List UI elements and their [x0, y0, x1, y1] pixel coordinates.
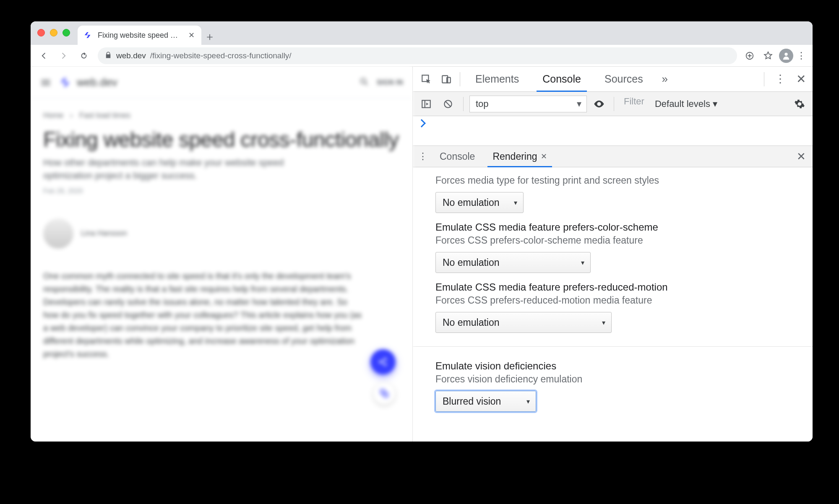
clear-console-icon[interactable] — [439, 95, 457, 113]
translate-fab[interactable] — [373, 382, 396, 405]
share-fab[interactable] — [370, 349, 396, 374]
inspect-element-icon[interactable] — [417, 70, 435, 88]
tab-sources[interactable]: Sources — [594, 67, 654, 91]
forward-button[interactable] — [55, 47, 73, 65]
chrome-window: Fixing website speed cross-functionally … — [31, 21, 813, 442]
log-levels-select[interactable]: Default levels ▾ — [651, 99, 721, 109]
page-date: Feb 28, 2020 — [31, 185, 412, 197]
drawer-close-icon[interactable]: ✕ — [797, 150, 809, 163]
url-path: /fixing-website-speed-cross-functionally… — [150, 51, 292, 60]
bookmark-icon[interactable] — [761, 48, 776, 63]
site-brand[interactable]: web.dev — [59, 76, 117, 89]
signin-link[interactable]: SIGN IN — [377, 79, 403, 86]
window-controls — [37, 29, 70, 36]
live-expression-icon[interactable] — [590, 95, 608, 113]
tab-title: Fixing website speed cross-functionally — [98, 31, 180, 40]
vision-desc: Forces vision deficiency emulation — [435, 374, 790, 385]
drawer-tab-rendering[interactable]: Rendering ✕ — [485, 146, 554, 167]
article-paragraph: One common myth connected to site speed … — [31, 253, 375, 377]
browser-tab[interactable]: Fixing website speed cross-functionally … — [78, 26, 201, 45]
lock-icon — [104, 51, 112, 60]
color-scheme-desc: Forces CSS prefers-color-scheme media fe… — [435, 235, 790, 246]
vision-value: Blurred vision — [443, 396, 501, 407]
color-scheme-value: No emulation — [443, 257, 500, 268]
console-output[interactable] — [413, 116, 813, 145]
context-select[interactable]: top — [469, 96, 587, 112]
tab-elements[interactable]: Elements — [464, 67, 530, 91]
close-tab-icon[interactable]: ✕ — [188, 31, 195, 40]
console-sidebar-toggle-icon[interactable] — [417, 95, 435, 113]
brand-mark-icon — [59, 76, 73, 89]
maximize-window-icon[interactable] — [63, 29, 70, 36]
breadcrumb: Home › Fast load times — [31, 99, 412, 120]
chevron-right-icon: › — [70, 111, 73, 120]
favicon-icon — [83, 31, 93, 40]
search-icon[interactable] — [359, 77, 369, 88]
drawer-tab-rendering-label: Rendering — [492, 151, 537, 162]
drawer-menu-icon[interactable]: ⋮ — [416, 151, 430, 162]
reload-button[interactable] — [75, 47, 93, 65]
color-scheme-select[interactable]: No emulation — [435, 252, 591, 273]
author-block: Lina Hansson — [31, 197, 412, 253]
svg-point-2 — [361, 78, 366, 83]
profile-avatar-icon[interactable] — [779, 49, 793, 63]
media-type-select[interactable]: No emulation — [435, 192, 524, 213]
address-bar[interactable]: web.dev/fixing-website-speed-cross-funct… — [98, 47, 737, 64]
close-window-icon[interactable] — [37, 29, 45, 36]
back-button[interactable] — [35, 47, 52, 65]
devtools-tabs: Elements Console Sources » ⋮ ✕ — [413, 67, 813, 92]
svg-rect-9 — [422, 100, 430, 107]
media-type-value: No emulation — [443, 197, 500, 208]
color-scheme-title: Emulate CSS media feature prefers-color-… — [435, 221, 790, 233]
vision-title: Emulate vision deficiencies — [435, 360, 790, 372]
url-host: web.dev — [116, 51, 146, 60]
tabstrip: Fixing website speed cross-functionally … — [31, 21, 813, 45]
vision-select[interactable]: Blurred vision — [435, 391, 536, 412]
reduced-motion-desc: Forces CSS prefers-reduced-motion media … — [435, 295, 790, 306]
page-content: web.dev SIGN IN Home › Fast load times F… — [31, 67, 412, 442]
new-tab-button[interactable]: ＋ — [201, 28, 218, 45]
reduced-motion-value: No emulation — [443, 317, 500, 328]
device-toolbar-icon[interactable] — [437, 70, 456, 88]
breadcrumb-home[interactable]: Home — [43, 111, 63, 120]
browser-menu-icon[interactable]: ⋮ — [797, 50, 806, 61]
console-filter-input[interactable]: Filter — [620, 96, 648, 112]
console-toolbar: top Filter Default levels ▾ — [413, 92, 813, 116]
brand-name: web.dev — [77, 76, 117, 89]
close-drawer-tab-icon[interactable]: ✕ — [541, 152, 547, 161]
console-settings-icon[interactable] — [791, 95, 808, 113]
author-avatar-icon — [43, 218, 73, 249]
console-prompt-icon — [417, 119, 426, 127]
tab-console[interactable]: Console — [532, 67, 592, 91]
media-type-desc: Forces media type for testing print and … — [435, 175, 790, 186]
devtools-panel: Elements Console Sources » ⋮ ✕ top — [412, 67, 813, 442]
page-subtitle: How other departments can help make your… — [31, 154, 341, 185]
reduced-motion-title: Emulate CSS media feature prefers-reduce… — [435, 281, 790, 293]
rendering-panel[interactable]: Forces media type for testing print and … — [413, 167, 813, 442]
context-value: top — [476, 99, 489, 109]
reduced-motion-select[interactable]: No emulation — [435, 312, 612, 333]
breadcrumb-section[interactable]: Fast load times — [79, 111, 130, 120]
svg-point-1 — [784, 52, 787, 55]
minimize-window-icon[interactable] — [50, 29, 57, 36]
drawer-tab-console[interactable]: Console — [432, 146, 482, 167]
devtools-close-icon[interactable]: ✕ — [794, 72, 808, 86]
more-tabs-icon[interactable]: » — [656, 73, 674, 86]
site-header: web.dev SIGN IN — [31, 67, 412, 99]
devtools-menu-icon[interactable]: ⋮ — [771, 73, 789, 86]
drawer-tabs: ⋮ Console Rendering ✕ ✕ — [413, 145, 813, 167]
navbar: web.dev/fixing-website-speed-cross-funct… — [31, 45, 813, 67]
hamburger-icon[interactable] — [40, 77, 52, 88]
author-name: Lina Hansson — [81, 229, 127, 238]
install-pwa-icon[interactable] — [742, 48, 757, 63]
page-title: Fixing website speed cross-functionally — [31, 120, 412, 154]
